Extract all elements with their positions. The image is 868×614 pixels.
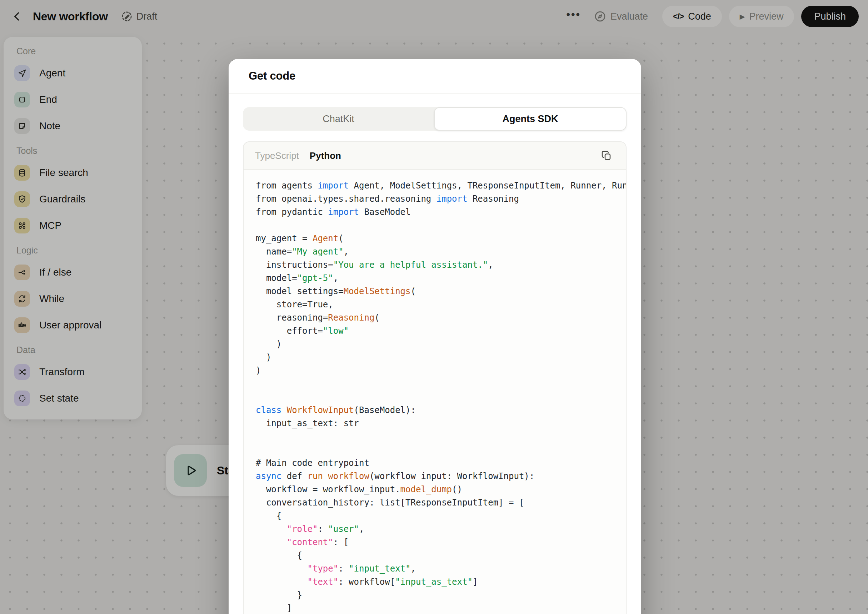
code-line: "role": "user", — [256, 523, 626, 536]
code-line — [256, 430, 626, 443]
code-line: conversation_history: list[TResponseInpu… — [256, 496, 626, 509]
tab-typescript[interactable]: TypeScript — [255, 150, 299, 161]
copy-icon — [601, 150, 612, 161]
code-line: ) — [256, 351, 626, 364]
copy-code-button[interactable] — [599, 148, 614, 163]
modal-header: Get code — [228, 59, 641, 93]
code-line: my_agent = Agent( — [256, 232, 626, 245]
code-line: from openai.types.shared.reasoning impor… — [256, 192, 626, 206]
code-editor[interactable]: from agents import Agent, ModelSettings,… — [244, 170, 626, 614]
code-line — [256, 391, 626, 404]
code-line: model="gpt-5", — [256, 272, 626, 285]
code-line: reasoning=Reasoning( — [256, 311, 626, 324]
tab-agents-sdk[interactable]: Agents SDK — [434, 107, 627, 131]
code-line — [256, 377, 626, 391]
code-line: ] — [256, 602, 626, 614]
code-line: effort="low" — [256, 324, 626, 338]
agent-builder-app: New workflow Draft ••• — [0, 0, 868, 614]
get-code-modal: Get code ChatKit Agents SDK TypeScript P… — [228, 59, 641, 614]
code-panel-header: TypeScript Python — [244, 142, 626, 170]
modal-body: ChatKit Agents SDK TypeScript Python fro… — [228, 93, 641, 614]
code-content: from agents import Agent, ModelSettings,… — [256, 179, 626, 614]
code-line — [256, 219, 626, 232]
code-line: ) — [256, 364, 626, 377]
tab-python[interactable]: Python — [310, 150, 341, 161]
code-line: workflow = workflow_input.model_dump() — [256, 483, 626, 496]
code-line: "type": "input_text", — [256, 562, 626, 575]
code-line: "content": [ — [256, 536, 626, 549]
tab-chatkit[interactable]: ChatKit — [243, 107, 434, 131]
code-line: { — [256, 509, 626, 523]
code-line: model_settings=ModelSettings( — [256, 285, 626, 298]
modal-title: Get code — [248, 70, 295, 82]
sdk-tabs: ChatKit Agents SDK — [243, 107, 627, 131]
code-line: class WorkflowInput(BaseModel): — [256, 404, 626, 417]
code-line: input_as_text: str — [256, 417, 626, 430]
code-line: # Main code entrypoint — [256, 457, 626, 470]
code-panel: TypeScript Python from agents import Age… — [243, 141, 627, 614]
code-line: name="My agent", — [256, 245, 626, 259]
code-line: async def run_workflow(workflow_input: W… — [256, 470, 626, 483]
code-line: } — [256, 589, 626, 602]
code-line — [256, 443, 626, 457]
code-line: "text": workflow["input_as_text"] — [256, 575, 626, 589]
code-line: ) — [256, 338, 626, 351]
code-line: instructions="You are a helpful assistan… — [256, 259, 626, 272]
code-line: store=True, — [256, 298, 626, 311]
code-line: from pydantic import BaseModel — [256, 206, 626, 219]
code-line: { — [256, 549, 626, 562]
code-line: from agents import Agent, ModelSettings,… — [256, 179, 626, 192]
